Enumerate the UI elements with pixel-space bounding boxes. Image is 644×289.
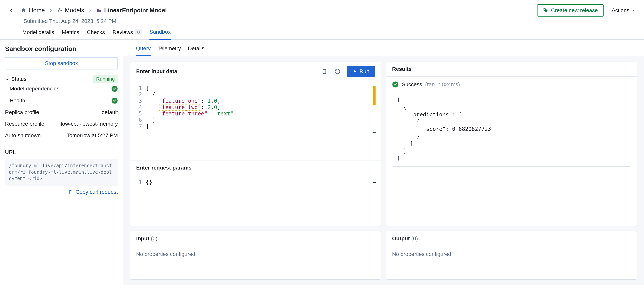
run-label: Run bbox=[360, 68, 370, 74]
breadcrumb-current-label: LinearEndpoint Model bbox=[104, 7, 167, 14]
back-button[interactable] bbox=[6, 4, 17, 16]
submitted-timestamp: Submitted Thu, Aug 24, 2023, 5:24 PM bbox=[0, 18, 644, 24]
input-data-card: Enter input data Run bbox=[130, 61, 381, 226]
sub-tabs: Query Telemetry Details bbox=[123, 40, 644, 56]
input-props-card: Input (0) No properties configured bbox=[130, 231, 381, 280]
chevron-down-icon bbox=[5, 77, 9, 81]
input-data-title: Enter input data bbox=[136, 68, 177, 74]
chevron-right-icon bbox=[88, 8, 92, 12]
breadcrumb: Home Models LinearEndpoint Model bbox=[21, 7, 167, 14]
svg-rect-7 bbox=[70, 190, 71, 191]
svg-point-2 bbox=[61, 10, 62, 11]
request-params-title: Enter request params bbox=[130, 160, 381, 175]
primary-tabs: Model details Metrics Checks Reviews 0 S… bbox=[0, 24, 644, 40]
url-value: /foundry-ml-live/api/inference/transform… bbox=[5, 159, 118, 186]
svg-rect-8 bbox=[323, 69, 326, 73]
actions-label: Actions bbox=[612, 7, 629, 13]
input-props-title: Input bbox=[136, 236, 149, 242]
subtab-query[interactable]: Query bbox=[136, 45, 150, 56]
breadcrumb-models[interactable]: Models bbox=[57, 7, 84, 14]
params-editor[interactable]: 1{} — bbox=[130, 175, 381, 209]
breadcrumb-current[interactable]: LinearEndpoint Model bbox=[96, 7, 167, 14]
editor-scrollbar-marker bbox=[373, 86, 376, 105]
input-editor[interactable]: 1[ 2 { 3 "feature_one": 1.0, 4 "feature_… bbox=[130, 81, 381, 133]
tab-checks[interactable]: Checks bbox=[87, 29, 105, 39]
subtab-details[interactable]: Details bbox=[188, 45, 204, 56]
results-output: [ { "predictions": [ { "score": 0.682082… bbox=[392, 92, 631, 167]
clipboard-button[interactable] bbox=[321, 68, 328, 75]
status-toggle[interactable]: Status bbox=[5, 76, 26, 82]
url-label: URL bbox=[5, 149, 118, 155]
svg-point-0 bbox=[59, 8, 60, 9]
success-label: Success bbox=[402, 81, 422, 87]
breadcrumb-home[interactable]: Home bbox=[21, 7, 45, 14]
create-release-button[interactable]: Create new release bbox=[537, 4, 604, 16]
reviews-count-badge: 0 bbox=[135, 29, 142, 35]
svg-point-1 bbox=[58, 10, 58, 11]
resource-label: Resource profile bbox=[5, 121, 44, 127]
ran-in-label: (ran in 824ms) bbox=[425, 81, 460, 87]
svg-point-3 bbox=[544, 9, 545, 10]
collapse-handle[interactable]: — bbox=[373, 178, 376, 186]
tab-reviews[interactable]: Reviews 0 bbox=[113, 29, 142, 39]
tab-metrics[interactable]: Metrics bbox=[62, 29, 79, 39]
resource-value: low-cpu-lowest-memory bbox=[61, 121, 118, 127]
reset-button[interactable] bbox=[334, 68, 341, 75]
input-props-count: (0) bbox=[151, 236, 157, 242]
status-label: Status bbox=[11, 76, 26, 82]
check-circle-icon bbox=[392, 81, 399, 88]
tab-sandbox[interactable]: Sandbox bbox=[150, 29, 171, 40]
svg-rect-9 bbox=[324, 69, 325, 70]
create-release-label: Create new release bbox=[551, 7, 598, 13]
output-props-count: (0) bbox=[411, 236, 418, 242]
arrow-left-icon bbox=[9, 8, 14, 13]
check-circle-icon bbox=[111, 97, 118, 104]
input-props-empty: No properties configured bbox=[130, 246, 381, 262]
replica-value: default bbox=[102, 109, 118, 115]
sidebar-title: Sandbox configuration bbox=[5, 45, 118, 52]
refresh-icon bbox=[334, 68, 340, 74]
chevron-right-icon bbox=[49, 8, 53, 12]
model-deps-label: Model dependencies bbox=[10, 86, 59, 92]
replica-label: Replica profile bbox=[5, 109, 39, 115]
clipboard-icon bbox=[322, 68, 327, 74]
play-icon bbox=[352, 69, 357, 73]
collapse-handle[interactable]: — bbox=[373, 129, 376, 136]
run-button[interactable]: Run bbox=[347, 66, 375, 77]
actions-dropdown[interactable]: Actions bbox=[609, 4, 638, 16]
svg-rect-6 bbox=[69, 190, 72, 194]
check-circle-icon bbox=[111, 85, 118, 92]
tab-model-details[interactable]: Model details bbox=[22, 29, 54, 39]
copy-curl-label: Copy curl request bbox=[76, 189, 118, 195]
model-icon bbox=[57, 7, 62, 13]
output-props-card: Output (0) No properties configured bbox=[386, 231, 637, 280]
shutdown-label: Auto shutdown bbox=[5, 132, 41, 139]
subtab-telemetry[interactable]: Telemetry bbox=[158, 45, 181, 56]
tab-reviews-label: Reviews bbox=[113, 29, 133, 35]
output-props-title: Output bbox=[392, 236, 410, 242]
copy-curl-button[interactable]: Copy curl request bbox=[5, 189, 118, 195]
breadcrumb-home-label: Home bbox=[29, 7, 45, 14]
results-card: Results Success (ran in 824ms) [ { "pred… bbox=[386, 61, 637, 226]
home-icon bbox=[21, 7, 26, 13]
stop-sandbox-button[interactable]: Stop sandbox bbox=[5, 57, 118, 69]
output-props-empty: No properties configured bbox=[386, 246, 637, 262]
clipboard-icon bbox=[68, 189, 73, 195]
status-badge: Running bbox=[93, 75, 118, 83]
folder-icon bbox=[96, 7, 102, 13]
results-title: Results bbox=[392, 66, 412, 72]
sidebar: Sandbox configuration Stop sandbox Statu… bbox=[0, 40, 123, 285]
shutdown-value: Tomorrow at 5:27 PM bbox=[67, 132, 118, 139]
health-label: Health bbox=[10, 98, 25, 104]
breadcrumb-models-label: Models bbox=[65, 7, 84, 14]
tag-icon bbox=[543, 8, 548, 13]
caret-down-icon bbox=[632, 9, 636, 12]
